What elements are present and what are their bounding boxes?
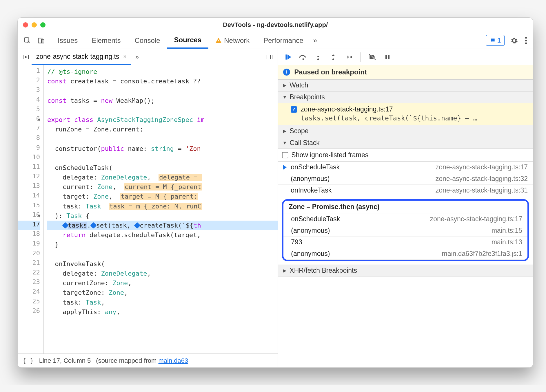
svg-rect-12	[286, 54, 287, 59]
tab-elements[interactable]: Elements	[85, 32, 128, 49]
breakpoint-location: zone-async-stack-tagging.ts:17	[301, 105, 393, 113]
svg-rect-20	[385, 55, 387, 59]
device-toolbar-icon[interactable]	[36, 35, 47, 46]
section-scope[interactable]: ▶ Scope	[278, 125, 533, 137]
window-minimize-icon[interactable]	[32, 22, 37, 28]
messages-count: 1	[497, 37, 501, 44]
tab-network[interactable]: Network	[208, 32, 256, 49]
message-icon	[490, 38, 496, 43]
svg-point-7	[525, 42, 527, 44]
tab-sources[interactable]: Sources	[167, 32, 208, 49]
show-ignored-frames-toggle[interactable]: Show ignore-listed frames	[278, 149, 533, 162]
async-stack-group: Zone – Promise.then (async) onScheduleTa…	[282, 199, 529, 261]
call-stack-frame[interactable]: (anonymous)main.da63f7b2fe3f1fa3.js:1	[283, 248, 527, 260]
line-gutter[interactable]: 123456▼78910111213141516▼171819202122232…	[18, 65, 44, 353]
resume-icon[interactable]	[283, 52, 293, 62]
navigator-toggle-icon[interactable]	[20, 54, 32, 61]
cursor-position: Line 17, Column 5	[39, 357, 91, 364]
source-map-link[interactable]: main.da63	[159, 357, 188, 364]
svg-point-5	[525, 37, 527, 39]
editor-status-bar: { } Line 17, Column 5 (source mapped fro…	[18, 353, 278, 367]
call-stack-frame[interactable]: onScheduleTaskzone-async-stack-tagging.t…	[283, 213, 527, 225]
deactivate-breakpoints-icon[interactable]	[367, 52, 377, 62]
file-tab-name: zone-async-stack-tagging.ts	[36, 53, 119, 61]
pause-banner: i Paused on breakpoint	[278, 65, 533, 79]
close-file-tab-icon[interactable]: ×	[123, 53, 127, 60]
file-tabs-overflow-icon[interactable]: »	[131, 53, 143, 61]
svg-point-16	[332, 58, 334, 60]
svg-rect-4	[218, 42, 219, 42]
call-stack-frame[interactable]: (anonymous)zone-async-stack-tagging.ts:3…	[278, 173, 533, 185]
file-tab-active[interactable]: zone-async-stack-tagging.ts ×	[32, 49, 131, 65]
code-view[interactable]: // @ts-ignoreconst createTask = console.…	[44, 65, 278, 353]
messages-badge[interactable]: 1	[486, 35, 505, 46]
section-call-stack[interactable]: ▼ Call Stack	[278, 137, 533, 149]
window-close-icon[interactable]	[23, 22, 28, 28]
breakpoint-row[interactable]: ✓ zone-async-stack-tagging.ts:17 tasks.s…	[278, 103, 533, 125]
tab-issues[interactable]: Issues	[51, 32, 85, 49]
tab-console[interactable]: Console	[128, 32, 167, 49]
svg-marker-9	[25, 56, 27, 58]
info-icon: i	[283, 69, 290, 76]
disclosure-right-icon: ▶	[282, 128, 287, 134]
svg-rect-3	[218, 40, 219, 41]
svg-point-15	[317, 58, 319, 60]
section-breakpoints[interactable]: ▼ Breakpoints	[278, 91, 533, 103]
window-title: DevTools - ng-devtools.netlify.app/	[18, 21, 533, 29]
section-xhr-breakpoints[interactable]: ▶ XHR/fetch Breakpoints	[278, 265, 533, 276]
svg-rect-21	[388, 55, 390, 59]
debugger-pane: i Paused on breakpoint ▶ Watch ▼ Breakpo…	[278, 49, 533, 367]
pretty-print-icon[interactable]: { }	[22, 357, 34, 364]
svg-point-6	[525, 39, 527, 41]
breakpoint-checkbox[interactable]: ✓	[291, 106, 297, 113]
disclosure-right-icon: ▶	[282, 268, 287, 273]
call-stack-frame[interactable]: onScheduleTaskzone-async-stack-tagging.t…	[278, 162, 533, 173]
step-over-icon[interactable]	[298, 52, 308, 62]
step-into-icon[interactable]	[313, 52, 323, 62]
inspect-element-icon[interactable]	[22, 35, 33, 46]
pause-banner-text: Paused on breakpoint	[294, 68, 367, 76]
disclosure-right-icon: ▶	[282, 83, 287, 88]
debug-toolbar	[278, 49, 533, 65]
breakpoint-snippet: tasks.set(task, createTask(`${this.name}…	[291, 113, 529, 122]
snippets-toggle-icon[interactable]	[264, 54, 275, 61]
call-stack-frame[interactable]: (anonymous)main.ts:15	[283, 225, 527, 237]
tabs-overflow-icon[interactable]: »	[310, 32, 320, 49]
main-tabs-bar: Issues Elements Console Sources Network …	[18, 32, 533, 49]
disclosure-down-icon: ▼	[282, 95, 287, 100]
svg-point-17	[350, 56, 352, 58]
titlebar: DevTools - ng-devtools.netlify.app/	[18, 18, 533, 32]
svg-point-14	[303, 58, 304, 60]
checkbox-empty-icon[interactable]	[282, 152, 288, 158]
warning-icon	[215, 37, 222, 44]
call-stack-frame[interactable]: 793main.ts:13	[283, 237, 527, 248]
traffic-lights	[23, 22, 46, 28]
pause-on-exceptions-icon[interactable]	[383, 52, 392, 62]
tab-performance[interactable]: Performance	[256, 32, 310, 49]
step-icon[interactable]	[343, 52, 353, 62]
svg-rect-10	[267, 55, 272, 59]
tab-network-label: Network	[224, 36, 250, 45]
step-out-icon[interactable]	[328, 52, 338, 62]
window-zoom-icon[interactable]	[40, 22, 46, 28]
call-stack-frame[interactable]: onInvokeTaskzone-async-stack-tagging.ts:…	[278, 185, 533, 196]
file-tabs-bar: zone-async-stack-tagging.ts × »	[18, 49, 278, 65]
section-watch[interactable]: ▶ Watch	[278, 79, 533, 91]
async-group-title: Zone – Promise.then (async)	[283, 201, 527, 213]
svg-marker-13	[287, 54, 291, 59]
source-map-info: (source mapped from main.da63	[96, 357, 188, 364]
sources-pane: zone-async-stack-tagging.ts × » 123456▼7…	[18, 49, 278, 367]
disclosure-down-icon: ▼	[282, 140, 287, 146]
more-menu-icon[interactable]	[521, 32, 531, 49]
settings-icon[interactable]	[507, 32, 521, 49]
devtools-window: DevTools - ng-devtools.netlify.app/ Issu…	[17, 17, 533, 368]
code-editor[interactable]: 123456▼78910111213141516▼171819202122232…	[18, 65, 278, 353]
